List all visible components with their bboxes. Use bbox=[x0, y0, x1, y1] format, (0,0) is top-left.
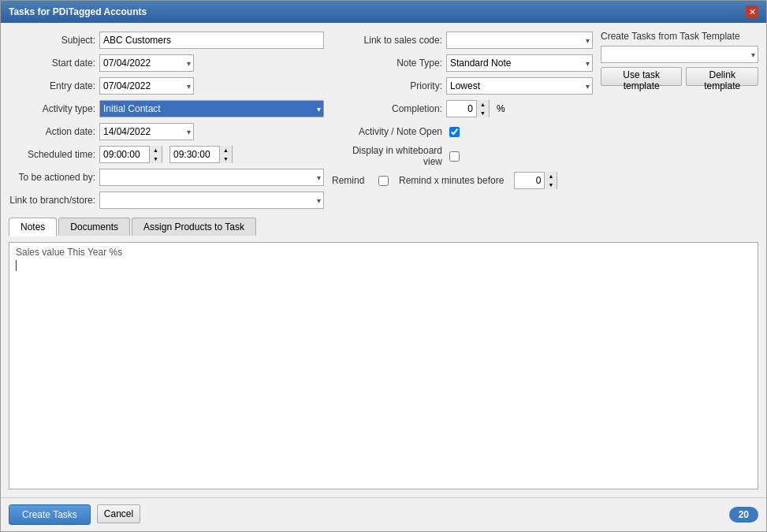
entry-date-input[interactable] bbox=[99, 77, 194, 95]
template-select[interactable] bbox=[601, 46, 758, 63]
link-sales-wrapper bbox=[446, 32, 593, 49]
delink-template-button[interactable]: Delink template bbox=[686, 67, 758, 86]
note-type-label: Note Type: bbox=[332, 58, 442, 69]
subject-input[interactable] bbox=[99, 32, 324, 49]
activity-type-select[interactable]: Initial Contact Follow Up Meeting Email … bbox=[99, 100, 324, 117]
link-branch-row: Link to branch/store: bbox=[9, 191, 324, 210]
completion-down[interactable]: ▼ bbox=[477, 109, 489, 117]
link-sales-select[interactable] bbox=[446, 32, 593, 49]
remind-input[interactable] bbox=[515, 173, 544, 188]
remind-label: Remind bbox=[332, 175, 371, 186]
priority-select[interactable]: Lowest Low Normal High Highest bbox=[446, 77, 593, 95]
completion-suffix: % bbox=[497, 103, 505, 114]
remind-minutes-label: Remind x minutes before bbox=[399, 175, 504, 186]
tab-assign-products[interactable]: Assign Products to Task bbox=[132, 218, 256, 236]
actioned-by-select[interactable] bbox=[99, 169, 324, 186]
scheduled-time-start-input[interactable] bbox=[100, 147, 149, 162]
scheduled-time-row: Scheduled time: ▲ ▼ ▲ ▼ bbox=[9, 145, 324, 164]
link-branch-wrapper bbox=[99, 192, 324, 209]
record-count-badge: 20 bbox=[729, 507, 758, 523]
completion-input[interactable] bbox=[447, 102, 476, 116]
tab-notes[interactable]: Notes bbox=[9, 218, 57, 236]
scheduled-time-end-spinner: ▲ ▼ bbox=[169, 146, 233, 163]
use-task-template-button[interactable]: Use task template bbox=[601, 67, 682, 86]
remind-spinner-btns: ▲ ▼ bbox=[544, 172, 557, 189]
link-sales-row: Link to sales code: bbox=[332, 31, 593, 50]
template-buttons: Use task template Delink template bbox=[601, 67, 758, 86]
scheduled-time-end-up[interactable]: ▲ bbox=[220, 146, 232, 154]
notes-section: Notes Documents Assign Products to Task … bbox=[9, 214, 758, 489]
start-date-label: Start date: bbox=[9, 58, 95, 69]
priority-wrapper: Lowest Low Normal High Highest bbox=[446, 77, 593, 95]
scheduled-time-start-down[interactable]: ▼ bbox=[150, 154, 162, 163]
display-whiteboard-checkbox[interactable] bbox=[449, 151, 460, 162]
subject-label: Subject: bbox=[9, 35, 95, 46]
scheduled-time-end-spinner-btns: ▲ ▼ bbox=[219, 146, 232, 163]
close-button[interactable]: ✕ bbox=[746, 6, 758, 18]
bottom-bar: Create Tasks Cancel 20 bbox=[1, 497, 766, 531]
start-date-input[interactable] bbox=[99, 54, 194, 72]
title-bar: Tasks for PDiTagged Accounts ✕ bbox=[1, 1, 766, 23]
display-whiteboard-label: Display in whiteboard view bbox=[332, 145, 442, 167]
scheduled-time-start-spinner-btns: ▲ ▼ bbox=[149, 146, 162, 163]
activity-note-open-label: Activity / Note Open bbox=[332, 126, 442, 137]
action-date-input[interactable] bbox=[99, 123, 194, 140]
action-date-wrapper bbox=[99, 123, 194, 140]
priority-label: Priority: bbox=[332, 80, 442, 91]
subject-row: Subject: bbox=[9, 31, 324, 50]
completion-spinner: ▲ ▼ bbox=[446, 100, 490, 117]
template-select-wrapper bbox=[601, 46, 758, 63]
entry-date-row: Entry date: bbox=[9, 76, 324, 95]
bottom-left-buttons: Create Tasks Cancel bbox=[9, 504, 140, 525]
actioned-by-row: To be actioned by: bbox=[9, 168, 324, 187]
link-sales-label: Link to sales code: bbox=[332, 35, 442, 46]
remind-spinner: ▲ ▼ bbox=[514, 172, 557, 189]
remind-row: Remind Remind x minutes before ▲ ▼ bbox=[332, 171, 593, 190]
completion-spinner-btns: ▲ ▼ bbox=[476, 100, 489, 117]
activity-note-open-checkbox[interactable] bbox=[449, 127, 460, 137]
remind-down[interactable]: ▼ bbox=[545, 180, 557, 189]
notes-textarea[interactable] bbox=[9, 243, 758, 489]
activity-type-row: Activity type: Initial Contact Follow Up… bbox=[9, 99, 324, 118]
dialog-title: Tasks for PDiTagged Accounts bbox=[9, 6, 147, 17]
task-template-label: Create Tasks from Task Template bbox=[601, 31, 758, 42]
scheduled-time-end-down[interactable]: ▼ bbox=[220, 154, 232, 163]
tab-documents[interactable]: Documents bbox=[58, 218, 130, 236]
task-template-section: Create Tasks from Task Template Use task… bbox=[601, 31, 758, 210]
remind-up[interactable]: ▲ bbox=[545, 172, 557, 180]
entry-date-wrapper bbox=[99, 77, 194, 95]
completion-label: Completion: bbox=[332, 103, 442, 114]
form-right: Link to sales code: Note Type: Standard … bbox=[332, 31, 593, 210]
note-type-row: Note Type: Standard Note Important Note … bbox=[332, 54, 593, 73]
tabs-area: Notes Documents Assign Products to Task bbox=[9, 218, 758, 236]
action-date-row: Action date: bbox=[9, 122, 324, 141]
actioned-by-wrapper bbox=[99, 169, 324, 186]
note-type-wrapper: Standard Note Important Note Urgent Note bbox=[446, 54, 593, 72]
link-branch-label: Link to branch/store: bbox=[9, 195, 95, 206]
activity-type-wrapper: Initial Contact Follow Up Meeting Email … bbox=[99, 100, 324, 117]
notes-cursor bbox=[16, 260, 17, 271]
create-tasks-button[interactable]: Create Tasks bbox=[9, 504, 91, 525]
activity-note-open-row: Activity / Note Open bbox=[332, 122, 593, 141]
dialog-body: Subject: Start date: Entry date: bbox=[1, 23, 766, 497]
completion-up[interactable]: ▲ bbox=[477, 100, 489, 109]
activity-type-label: Activity type: bbox=[9, 103, 95, 114]
scheduled-time-end-input[interactable] bbox=[170, 147, 219, 162]
start-date-row: Start date: bbox=[9, 54, 324, 73]
action-date-label: Action date: bbox=[9, 126, 95, 137]
entry-date-label: Entry date: bbox=[9, 80, 95, 91]
scheduled-time-start-spinner: ▲ ▼ bbox=[99, 146, 162, 163]
priority-row: Priority: Lowest Low Normal High Highest bbox=[332, 76, 593, 95]
cancel-button[interactable]: Cancel bbox=[97, 504, 140, 523]
completion-row: Completion: ▲ ▼ % bbox=[332, 99, 593, 118]
form-left: Subject: Start date: Entry date: bbox=[9, 31, 324, 210]
tasks-dialog: Tasks for PDiTagged Accounts ✕ Subject: … bbox=[0, 0, 767, 532]
start-date-wrapper bbox=[99, 54, 194, 72]
note-type-select[interactable]: Standard Note Important Note Urgent Note bbox=[446, 54, 593, 72]
link-branch-select[interactable] bbox=[99, 192, 324, 209]
remind-checkbox[interactable] bbox=[378, 176, 389, 186]
notes-area: Sales value This Year %s bbox=[9, 242, 758, 489]
actioned-by-label: To be actioned by: bbox=[9, 172, 95, 183]
display-whiteboard-row: Display in whiteboard view bbox=[332, 145, 593, 167]
scheduled-time-start-up[interactable]: ▲ bbox=[150, 146, 162, 154]
